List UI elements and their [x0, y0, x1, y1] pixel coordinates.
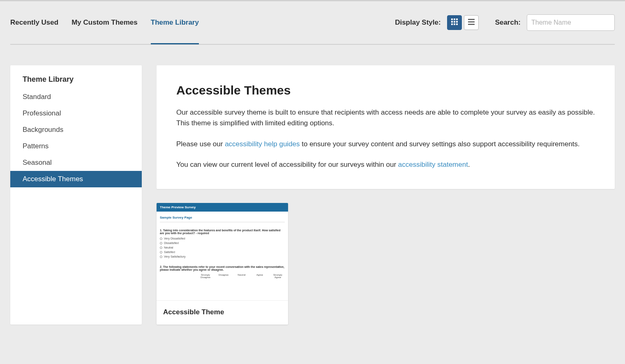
svg-rect-8 [456, 23, 458, 25]
svg-rect-1 [454, 18, 455, 20]
search-label: Search: [495, 18, 521, 27]
likert-col: Strongly Disagree [198, 274, 212, 279]
svg-rect-7 [454, 23, 455, 25]
preview-opt: Satisfied [160, 251, 285, 253]
preview-opt-label: Very Satisfactory [164, 255, 186, 258]
svg-rect-5 [456, 21, 458, 23]
preview-opt: Very Dissatisfied [160, 237, 285, 240]
preview-opt-label: Very Dissatisfied [164, 237, 185, 240]
accessibility-help-guides-link[interactable]: accessibility help guides [225, 140, 300, 148]
grid-icon [451, 18, 458, 27]
tab-recently-used[interactable]: Recently Used [10, 1, 58, 44]
tabs: Recently Used My Custom Themes Theme Lib… [10, 1, 199, 44]
sidebar-item-seasonal[interactable]: Seasonal [10, 154, 142, 171]
theme-card-accessible[interactable]: Theme Preview Survey Sample Survey Page … [157, 203, 288, 325]
svg-rect-6 [451, 23, 453, 25]
sidebar-item-professional[interactable]: Professional [10, 105, 142, 122]
sidebar-item-standard[interactable]: Standard [10, 89, 142, 105]
topbar: Recently Used My Custom Themes Theme Lib… [10, 1, 615, 45]
info-paragraph-2: Please use our accessibility help guides… [176, 139, 595, 150]
preview-opt-label: Dissatisfied [164, 242, 179, 244]
info-paragraph-1: Our accessible survey theme is built to … [176, 107, 595, 129]
list-view-button[interactable] [464, 15, 479, 30]
display-style-group: Display Style: [395, 15, 479, 30]
theme-preview: Theme Preview Survey Sample Survey Page … [157, 203, 288, 301]
info-p2-post: to ensure your survey content and survey… [300, 140, 580, 148]
sidebar-item-accessible-themes[interactable]: Accessible Themes [10, 171, 142, 187]
svg-rect-11 [468, 24, 475, 25]
likert-col: Agree [253, 274, 267, 279]
info-title: Accessible Themes [176, 83, 595, 97]
info-p2-pre: Please use our [176, 140, 225, 148]
svg-rect-10 [468, 21, 475, 23]
preview-q2: 2. The following statements refer to you… [160, 265, 285, 271]
preview-opt-label: Satisfied [164, 251, 175, 253]
search-input[interactable] [527, 14, 615, 31]
display-style-label: Display Style: [395, 18, 441, 27]
tab-theme-library[interactable]: Theme Library [151, 1, 199, 44]
likert-col: Strongly Agree [271, 274, 285, 279]
preview-likert-header: Strongly Disagree Disagree Neutral Agree… [160, 274, 285, 279]
preview-q1: 1. Taking into consideration the feature… [160, 229, 285, 235]
likert-col: Neutral [235, 274, 249, 279]
preview-opt: Neutral [160, 246, 285, 249]
preview-header: Theme Preview Survey [157, 203, 288, 212]
svg-rect-4 [454, 21, 455, 23]
info-paragraph-3: You can view our current level of access… [176, 159, 595, 170]
svg-rect-2 [456, 18, 458, 20]
content-area: Accessible Themes Our accessible survey … [157, 65, 615, 325]
preview-opt: Dissatisfied [160, 242, 285, 244]
grid-view-button[interactable] [447, 15, 462, 30]
list-icon [468, 18, 475, 27]
info-panel: Accessible Themes Our accessible survey … [157, 65, 615, 189]
info-p3-post: . [468, 161, 470, 168]
likert-col: Disagree [217, 274, 231, 279]
theme-card-title: Accessible Theme [157, 301, 288, 325]
preview-page-title: Sample Survey Page [160, 216, 285, 222]
sidebar-item-patterns[interactable]: Patterns [10, 138, 142, 154]
theme-grid: Theme Preview Survey Sample Survey Page … [157, 203, 615, 325]
tab-my-custom-themes[interactable]: My Custom Themes [71, 1, 138, 44]
preview-opt-label: Neutral [164, 246, 173, 249]
accessibility-statement-link[interactable]: accessibility statement [398, 161, 468, 168]
sidebar-title: Theme Library [10, 65, 142, 89]
search-group: Search: [495, 14, 615, 31]
preview-opt: Very Satisfactory [160, 255, 285, 258]
sidebar: Theme Library Standard Professional Back… [10, 65, 142, 325]
sidebar-item-backgrounds[interactable]: Backgrounds [10, 122, 142, 138]
info-p3-pre: You can view our current level of access… [176, 161, 398, 168]
svg-rect-9 [468, 19, 475, 20]
svg-rect-0 [451, 18, 453, 20]
svg-rect-3 [451, 21, 453, 23]
